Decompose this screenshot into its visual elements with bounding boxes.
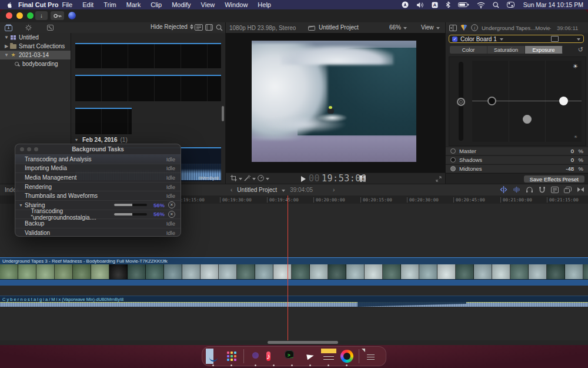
control-center-icon[interactable] — [507, 2, 514, 8]
location-icon[interactable] — [402, 1, 409, 8]
menu-file[interactable]: File — [62, 1, 72, 8]
timeline-thumbnail[interactable] — [292, 264, 310, 279]
param-row-midtones[interactable]: Midtones -48 % — [446, 164, 588, 173]
menu-view[interactable]: View — [201, 1, 215, 8]
timeline-thumbnail[interactable] — [510, 264, 529, 279]
window-buttons-inactive[interactable] — [20, 147, 38, 151]
menu-help[interactable]: Help — [258, 1, 271, 8]
sidebar-item-keyword-bodyboarding[interactable]: bodyboarding — [0, 59, 71, 68]
audio-skimming-icon[interactable] — [513, 186, 520, 193]
timeline-thumbnail[interactable] — [109, 264, 128, 279]
timeline-thumbnail[interactable] — [55, 264, 73, 279]
timecode-display[interactable]: 0019:53:06 — [309, 173, 366, 184]
highlights-puck[interactable] — [559, 97, 568, 105]
telegram-dock-icon[interactable] — [303, 349, 318, 364]
bluetooth-icon[interactable] — [446, 1, 450, 8]
viewer-zoom-dropdown[interactable]: 66% — [389, 24, 407, 31]
apple-menu-icon[interactable] — [7, 2, 14, 8]
timeline-thumbnail[interactable] — [401, 264, 419, 279]
timeline-thumbnail[interactable] — [547, 264, 565, 279]
timeline-thumbnail[interactable] — [474, 264, 492, 279]
timeline-switch-icon[interactable] — [577, 187, 584, 193]
solo-icon[interactable] — [526, 186, 533, 193]
browser-clip[interactable] — [75, 108, 132, 134]
timeline-audio-clip[interactable]: C y b e r n o s t a l g i a / M i x (Vap… — [0, 296, 588, 307]
effect-enabled-checkbox[interactable]: ✓ — [452, 37, 457, 42]
viewer-view-dropdown[interactable]: View — [421, 24, 440, 31]
import-media-icon[interactable] — [5, 24, 12, 31]
background-tasks-title-bar[interactable]: Background Tasks — [15, 144, 181, 154]
keyword-editor-icon[interactable] — [47, 24, 55, 31]
skimming-icon[interactable] — [500, 186, 507, 193]
timeline-thumbnail[interactable] — [219, 264, 237, 279]
tab-color[interactable]: Color — [450, 46, 487, 54]
menu-clip[interactable]: Clip — [151, 1, 162, 8]
timeline-thumbnail[interactable] — [18, 264, 36, 279]
finder-dock-icon[interactable] — [206, 349, 221, 364]
exposure-puck-area[interactable]: ☀ ☀ — [472, 61, 582, 142]
timeline-thumbnail[interactable] — [73, 264, 91, 279]
video-scopes-icon[interactable] — [449, 25, 457, 31]
menu-mark[interactable]: Mark — [126, 1, 141, 8]
timeline-thumbnail[interactable] — [383, 264, 401, 279]
timeline-project-name[interactable]: Untitled Project — [237, 187, 277, 193]
search-icon[interactable] — [216, 24, 223, 31]
timeline-thumbnail[interactable] — [255, 264, 273, 279]
crop-tool-dropdown[interactable] — [230, 175, 242, 181]
timeline-thumbnail[interactable] — [164, 264, 182, 279]
input-source-icon[interactable]: A — [432, 2, 438, 8]
menu-edit[interactable]: Edit — [82, 1, 93, 8]
trash-dock-icon[interactable] — [382, 349, 397, 364]
background-task-row[interactable]: ▼ Media Management Idle — [15, 173, 181, 182]
timeline-thumbnail[interactable] — [492, 264, 510, 279]
disclosure-triangle-icon[interactable]: ▼ — [4, 35, 9, 40]
timeline-thumbnail[interactable] — [583, 264, 588, 279]
color-inspector-icon[interactable] — [460, 25, 467, 31]
timeline-thumbnail[interactable] — [0, 264, 18, 279]
timeline-thumbnail[interactable] — [437, 264, 456, 279]
timeline-thumbnail[interactable] — [182, 264, 201, 279]
menu-clock[interactable]: Sun Mar 14 10:15 PM — [523, 1, 583, 8]
play-button[interactable] — [301, 176, 306, 182]
download-arrow-button[interactable]: ↓ — [35, 11, 48, 20]
music-dock-icon[interactable]: ♪ — [266, 349, 282, 364]
chevron-down-icon[interactable] — [577, 38, 580, 41]
menu-trim[interactable]: Trim — [103, 1, 116, 8]
timeline-thumbnail[interactable] — [91, 264, 109, 279]
midtones-puck[interactable] — [523, 115, 532, 124]
browser-panes-icon[interactable] — [564, 187, 572, 193]
snapping-icon[interactable] — [539, 186, 546, 193]
sidebar-item-untitled-library[interactable]: ▼ Untitled — [0, 33, 71, 42]
disclosure-triangle-icon[interactable]: ▼ — [4, 52, 9, 58]
background-task-row[interactable]: ▼ Validation Idle — [15, 228, 181, 237]
background-task-row[interactable]: ▼ Transcoding and Analysis Idle — [15, 154, 181, 164]
timeline-video-clip[interactable]: Underground Tapes 3 - Reef Madness - Bod… — [0, 257, 588, 285]
viewer-project-title[interactable]: Untitled Project — [308, 24, 359, 31]
date-group-header[interactable]: ▼ Feb 24, 2016 (1) — [74, 137, 128, 143]
browser-scrollbar[interactable] — [222, 106, 224, 121]
param-value[interactable]: 0 — [571, 148, 574, 154]
document-dock-icon[interactable] — [363, 349, 379, 364]
reset-icon[interactable]: ↺ — [578, 46, 583, 54]
profile-orb-icon[interactable] — [68, 12, 76, 19]
next-project-arrow[interactable]: › — [333, 187, 335, 193]
background-task-row[interactable]: ▼ Rendering Idle — [15, 182, 181, 191]
param-row-shadows[interactable]: Shadows 0 % — [446, 155, 588, 164]
video-frame[interactable] — [252, 41, 416, 162]
filmstrip-view-icon[interactable] — [205, 24, 213, 31]
menu-final-cut-pro[interactable]: Final Cut Pro — [18, 1, 58, 8]
shadows-puck[interactable] — [487, 97, 496, 105]
browser-clip[interactable] — [75, 43, 221, 68]
browser-clip[interactable] — [75, 75, 221, 101]
tab-saturation[interactable]: Saturation — [487, 46, 525, 54]
task-cancel-button[interactable]: ✕ — [168, 211, 175, 218]
master-slider-puck[interactable] — [457, 98, 465, 106]
clip-appearance-icon[interactable] — [195, 24, 203, 31]
disclosure-triangle-icon[interactable]: ▼ — [74, 138, 79, 142]
volume-icon[interactable] — [416, 2, 424, 8]
timeline-thumbnail[interactable] — [529, 264, 547, 279]
search-icon[interactable] — [493, 2, 499, 8]
timeline-thumbnail[interactable] — [201, 264, 219, 279]
background-task-row[interactable]: ▼ Transcoding "undergroundnostalgia.... … — [15, 210, 181, 219]
wifi-icon[interactable] — [477, 2, 485, 8]
